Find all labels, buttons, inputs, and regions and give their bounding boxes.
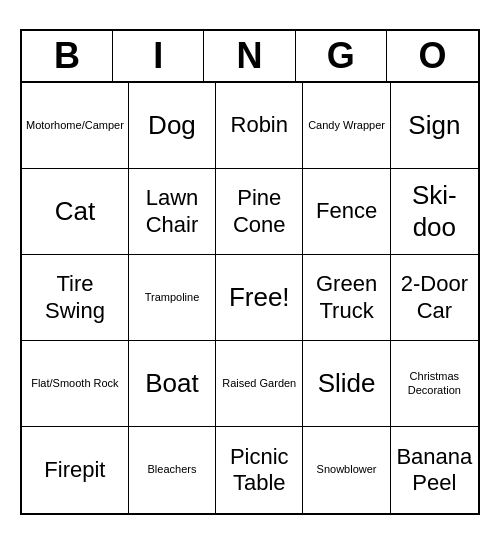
bingo-cell-5: Cat — [22, 169, 129, 255]
bingo-cell-7: Pine Cone — [216, 169, 303, 255]
cell-text-19: Christmas Decoration — [395, 370, 474, 396]
cell-text-6: Lawn Chair — [133, 185, 211, 238]
header-letter-i: I — [113, 31, 204, 81]
cell-text-17: Raised Garden — [222, 377, 296, 390]
cell-text-10: Tire Swing — [26, 271, 124, 324]
cell-text-5: Cat — [55, 196, 95, 227]
cell-text-24: Banana Peel — [395, 444, 474, 497]
cell-text-20: Firepit — [44, 457, 105, 483]
bingo-cell-9: Ski-doo — [391, 169, 478, 255]
cell-text-14: 2-Door Car — [395, 271, 474, 324]
bingo-cell-20: Firepit — [22, 427, 129, 513]
bingo-cell-17: Raised Garden — [216, 341, 303, 427]
bingo-cell-23: Snowblower — [303, 427, 390, 513]
bingo-header: BINGO — [22, 31, 478, 83]
bingo-cell-15: Flat/Smooth Rock — [22, 341, 129, 427]
bingo-cell-6: Lawn Chair — [129, 169, 216, 255]
bingo-cell-10: Tire Swing — [22, 255, 129, 341]
bingo-cell-22: Picnic Table — [216, 427, 303, 513]
cell-text-11: Trampoline — [145, 291, 200, 304]
bingo-cell-1: Dog — [129, 83, 216, 169]
bingo-cell-18: Slide — [303, 341, 390, 427]
cell-text-18: Slide — [318, 368, 376, 399]
cell-text-21: Bleachers — [148, 463, 197, 476]
bingo-cell-11: Trampoline — [129, 255, 216, 341]
cell-text-2: Robin — [231, 112, 288, 138]
bingo-cell-16: Boat — [129, 341, 216, 427]
cell-text-9: Ski-doo — [395, 180, 474, 242]
cell-text-15: Flat/Smooth Rock — [31, 377, 118, 390]
cell-text-22: Picnic Table — [220, 444, 298, 497]
bingo-cell-24: Banana Peel — [391, 427, 478, 513]
bingo-cell-3: Candy Wrapper — [303, 83, 390, 169]
bingo-cell-13: Green Truck — [303, 255, 390, 341]
cell-text-13: Green Truck — [307, 271, 385, 324]
bingo-cell-19: Christmas Decoration — [391, 341, 478, 427]
header-letter-n: N — [204, 31, 295, 81]
bingo-cell-0: Motorhome/Camper — [22, 83, 129, 169]
bingo-cell-12: Free! — [216, 255, 303, 341]
header-letter-o: O — [387, 31, 478, 81]
bingo-cell-4: Sign — [391, 83, 478, 169]
cell-text-12: Free! — [229, 282, 290, 313]
cell-text-8: Fence — [316, 198, 377, 224]
bingo-cell-8: Fence — [303, 169, 390, 255]
header-letter-g: G — [296, 31, 387, 81]
cell-text-16: Boat — [145, 368, 199, 399]
header-letter-b: B — [22, 31, 113, 81]
bingo-cell-14: 2-Door Car — [391, 255, 478, 341]
cell-text-3: Candy Wrapper — [308, 119, 385, 132]
bingo-cell-21: Bleachers — [129, 427, 216, 513]
bingo-grid: Motorhome/CamperDogRobinCandy WrapperSig… — [22, 83, 478, 513]
cell-text-1: Dog — [148, 110, 196, 141]
bingo-cell-2: Robin — [216, 83, 303, 169]
cell-text-7: Pine Cone — [220, 185, 298, 238]
cell-text-0: Motorhome/Camper — [26, 119, 124, 132]
cell-text-4: Sign — [408, 110, 460, 141]
bingo-card: BINGO Motorhome/CamperDogRobinCandy Wrap… — [20, 29, 480, 515]
cell-text-23: Snowblower — [317, 463, 377, 476]
